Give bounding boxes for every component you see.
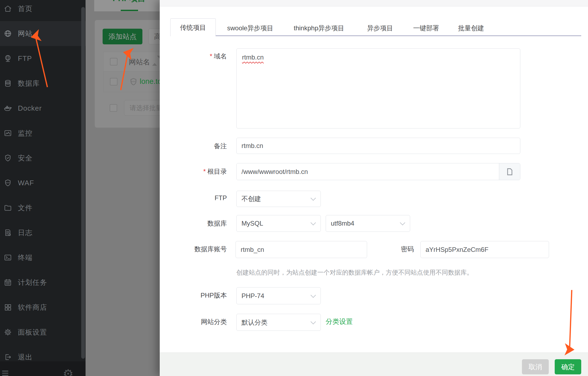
row-checkbox[interactable]: [110, 78, 117, 85]
sidebar-item-label: 网站: [18, 29, 32, 38]
db-account-input[interactable]: [236, 241, 367, 258]
sidebar-item-files[interactable]: 文件: [0, 195, 86, 220]
db-helper-text: 创建站点的同时，为站点创建一个对应的数据库帐户，方便不同站点使用不同数据库。: [236, 268, 473, 277]
table-row[interactable]: WAF lone.to: [103, 71, 160, 92]
site-category-label: 网站分类: [160, 318, 227, 326]
shield-check-icon: [4, 154, 12, 162]
folder-picker-button[interactable]: [499, 163, 520, 180]
home-icon: [4, 5, 12, 13]
database-icon: [4, 79, 12, 87]
domain-textarea[interactable]: rtmb.cn: [236, 48, 520, 128]
db-password-input[interactable]: [420, 241, 549, 258]
folder-icon: [4, 204, 12, 212]
site-table-header: 网站名: [103, 52, 160, 71]
database-label: 数据库: [160, 219, 227, 228]
sidebar-item-website[interactable]: 网站: [0, 21, 86, 46]
sidebar: 首页 网站 FTP 数据库 Docker 监控: [0, 0, 86, 376]
sidebar-item-monitor[interactable]: 监控: [0, 121, 86, 146]
database-engine-select[interactable]: MySQL: [236, 215, 321, 232]
sidebar-item-label: 软件商店: [18, 303, 47, 312]
tab-one-click-deploy[interactable]: 一键部署: [413, 24, 439, 32]
sidebar-item-label: 数据库: [18, 79, 40, 88]
modal-footer: 取消 确定: [160, 352, 588, 376]
sidebar-item-security[interactable]: 安全: [0, 146, 86, 170]
globe-icon: [4, 29, 12, 38]
database-engine-value: MySQL: [241, 220, 263, 227]
chevron-down-icon: [311, 292, 316, 298]
sidebar-item-label: 计划任务: [18, 278, 47, 287]
remark-label: 备注: [160, 142, 227, 150]
add-site-button[interactable]: 添加站点: [103, 29, 142, 44]
ftp-select-value: 不创建: [241, 194, 261, 203]
svg-text:WAF: WAF: [131, 80, 136, 83]
app-root: 首页 网站 FTP 数据库 Docker 监控: [0, 0, 588, 376]
sidebar-item-database[interactable]: 数据库: [0, 71, 86, 96]
php-version-select[interactable]: PHP-74: [236, 287, 321, 304]
sidebar-item-label: 首页: [18, 4, 32, 14]
sidebar-item-terminal[interactable]: 终端: [0, 245, 86, 270]
terminal-icon: [4, 253, 12, 262]
sidebar-item-waf[interactable]: WAF WAF: [0, 170, 86, 195]
gear-icon[interactable]: ⚙: [63, 368, 73, 376]
log-file-icon: [4, 229, 12, 237]
site-name-column-header[interactable]: 网站名: [129, 57, 150, 67]
logout-icon: [4, 353, 12, 361]
chevron-down-icon: [400, 220, 405, 225]
batch-row-checkbox[interactable]: [110, 104, 117, 112]
database-charset-select[interactable]: utf8mb4: [326, 215, 410, 232]
sidebar-footer: ≡ ⚙: [0, 361, 86, 376]
add-site-modal: 传统项目 swoole异步项目 thinkphp异步项目 异步项目 一键部署 批…: [160, 0, 588, 376]
sidebar-item-appstore[interactable]: 软件商店: [0, 295, 86, 320]
docker-whale-icon: [4, 104, 12, 112]
batch-action-select[interactable]: 请选择批量: [124, 100, 160, 116]
waf-shield-icon: WAF: [129, 77, 138, 87]
hamburger-icon[interactable]: ≡: [2, 367, 9, 376]
chevron-down-icon: [311, 319, 316, 324]
app-grid-icon: [4, 303, 12, 311]
sidebar-item-home[interactable]: 首页: [0, 0, 86, 21]
ftp-select[interactable]: 不创建: [236, 191, 321, 207]
domain-value: rtmb.cn: [242, 54, 264, 61]
tab-bar-underline: [216, 35, 581, 36]
sidebar-item-ftp[interactable]: FTP: [0, 46, 86, 71]
site-name-link[interactable]: lone.to: [140, 77, 160, 86]
folder-icon: [505, 167, 514, 176]
background-tab-strip: PHP项目: [94, 0, 160, 11]
db-password-label: 密码: [376, 245, 414, 253]
svg-text:WAF: WAF: [6, 182, 10, 184]
tab-thinkphp-async[interactable]: thinkphp异步项目: [294, 24, 344, 32]
sidebar-item-label: 面板设置: [18, 328, 47, 337]
sidebar-item-label: FTP: [18, 54, 32, 63]
sidebar-item-panel-settings[interactable]: 面板设置: [0, 320, 86, 345]
modal-top-strip: [160, 0, 588, 6]
sidebar-item-label: 终端: [18, 253, 32, 262]
root-path-input[interactable]: [237, 163, 499, 180]
required-asterisk: *: [210, 52, 212, 60]
remark-input[interactable]: [236, 138, 520, 154]
tab-async-project[interactable]: 异步项目: [367, 24, 393, 32]
sidebar-scrollbar[interactable]: [81, 7, 85, 359]
site-category-value: 默认分类: [241, 318, 267, 327]
sidebar-item-cron[interactable]: 计划任务: [0, 270, 86, 295]
site-category-select[interactable]: 默认分类: [236, 314, 321, 331]
sidebar-item-docker[interactable]: Docker: [0, 96, 86, 121]
monitor-icon: [4, 129, 12, 137]
gear-icon: [4, 328, 12, 336]
tab-traditional-project[interactable]: 传统项目: [170, 18, 216, 36]
ftp-globe-icon: [4, 54, 12, 62]
advanced-filter-button[interactable]: 高: [148, 29, 160, 44]
waf-shield-icon: WAF: [4, 179, 12, 187]
background-active-tab[interactable]: PHP项目: [113, 0, 146, 4]
tab-swoole-async[interactable]: swoole异步项目: [227, 24, 273, 32]
select-all-checkbox[interactable]: [110, 58, 117, 65]
confirm-button[interactable]: 确定: [555, 359, 581, 374]
sidebar-item-label: WAF: [18, 179, 34, 187]
calendar-icon: [4, 278, 12, 286]
category-settings-link[interactable]: 分类设置: [326, 317, 353, 326]
cancel-button[interactable]: 取消: [522, 359, 549, 374]
php-version-label: PHP版本: [160, 291, 227, 300]
chevron-down-icon: [311, 220, 316, 225]
tab-batch-create[interactable]: 批量创建: [458, 24, 484, 32]
sidebar-item-logs[interactable]: 日志: [0, 220, 86, 245]
sidebar-item-label: 日志: [18, 228, 32, 238]
